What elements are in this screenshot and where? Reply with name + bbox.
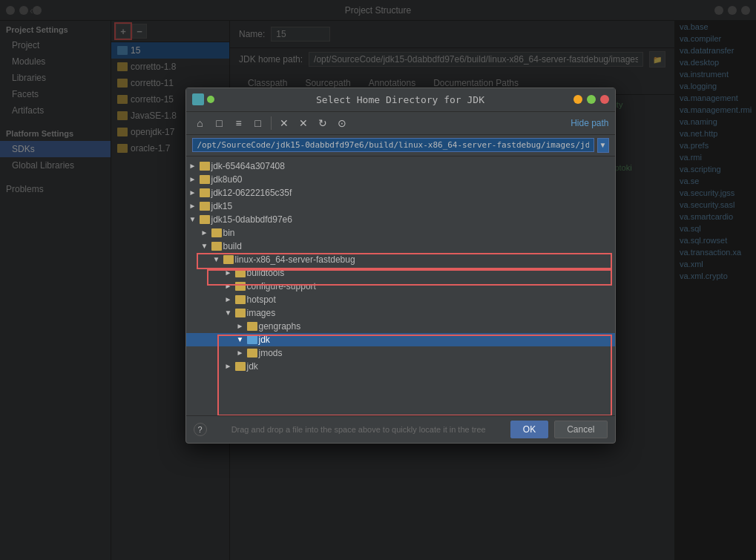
tree-item-label: hotspot <box>247 294 612 305</box>
tree-collapse-arrow: ► <box>201 228 210 237</box>
tree-item-label: jdk15-0dabbdfd97e6 <box>211 214 612 225</box>
tree-item-jdk12[interactable]: ► jdk12-06222165c35f <box>186 186 615 200</box>
tree-expand-arrow: ▼ <box>213 255 222 263</box>
tree-item-jdk65464[interactable]: ► jdk-65464a307408 <box>186 159 615 173</box>
tree-folder-icon <box>223 255 234 264</box>
tree-folder-icon <box>235 282 246 291</box>
modal-minimize-btn[interactable] <box>573 95 582 104</box>
tree-item-label: jdk12-06222165c35f <box>211 188 612 198</box>
tree-item-label: jdk8u60 <box>211 174 612 185</box>
modal-win-controls <box>573 95 609 104</box>
modal-footer: ? Drag and drop a file into the space ab… <box>186 415 615 443</box>
modal-traffic-light[interactable] <box>207 96 214 103</box>
tree-expand-arrow: ▼ <box>225 309 234 317</box>
modal-overlay: Select Home Directory for JDK ⌂ □ ≡ □ ✕ … <box>0 0 756 560</box>
tree-item-jdk2[interactable]: ► jdk <box>186 360 615 373</box>
file-chooser-modal: Select Home Directory for JDK ⌂ □ ≡ □ ✕ … <box>185 88 616 444</box>
tree-item-label: jdk <box>247 361 612 372</box>
modal-zoom-btn[interactable] <box>587 95 596 104</box>
tree-collapse-arrow: ► <box>225 282 234 290</box>
tree-folder-icon <box>200 175 210 184</box>
modal-left-controls <box>192 93 214 105</box>
modal-clear-btn[interactable]: ✕ <box>295 115 312 131</box>
hide-path-button[interactable]: Hide path <box>571 118 608 128</box>
tree-item-label: gengraphs <box>259 321 612 332</box>
tree-item-label: jmods <box>259 348 612 358</box>
tree-item-jdk15-full[interactable]: ▼ jdk15-0dabbdfd97e6 <box>186 213 615 226</box>
tree-item-label: build <box>223 241 612 251</box>
tree-folder-icon <box>211 228 222 237</box>
tree-folder-icon <box>247 322 257 331</box>
tree-item-label: linux-x86_64-server-fastdebug <box>235 254 612 265</box>
modal-desktop-btn[interactable]: □ <box>211 115 228 131</box>
tree-item-jmods[interactable]: ► jmods <box>186 346 615 360</box>
modal-path-input[interactable] <box>192 138 594 152</box>
tree-item-label: bin <box>223 228 612 238</box>
modal-title: Select Home Directory for JDK <box>316 94 484 105</box>
drag-drop-hint: Drag and drop a file into the space abov… <box>213 425 504 434</box>
modal-path-bar: ▼ <box>186 135 615 157</box>
tree-item-hotspot[interactable]: ► hotspot <box>186 293 615 306</box>
tree-item-label: jdk15 <box>211 201 612 211</box>
tree-item-label: jdk <box>259 335 612 345</box>
tree-item-bin[interactable]: ► bin <box>186 226 615 240</box>
modal-new-folder-btn[interactable]: □ <box>250 115 266 131</box>
tree-collapse-arrow: ► <box>225 269 234 277</box>
tree-folder-icon <box>235 362 246 371</box>
tree-expand-arrow: ▼ <box>189 215 198 223</box>
tree-folder-icon <box>211 242 222 251</box>
tree-folder-icon <box>247 335 257 344</box>
modal-delete-btn[interactable]: ✕ <box>276 115 292 131</box>
modal-folder-btn[interactable]: ≡ <box>231 115 247 131</box>
modal-close-btn[interactable] <box>600 95 609 104</box>
tree-expand-arrow: ▼ <box>201 242 210 250</box>
modal-home-btn[interactable]: ⌂ <box>192 115 208 131</box>
tree-item-label: jdk-65464a307408 <box>211 161 612 171</box>
tree-item-label: configure-support <box>247 281 612 291</box>
tree-folder-icon <box>200 202 210 211</box>
tree-item-jdk15[interactable]: ► jdk15 <box>186 200 615 213</box>
tree-item-label: buildtools <box>247 268 612 278</box>
modal-app-icon <box>192 93 204 105</box>
modal-toolbar: ⌂ □ ≡ □ ✕ ✕ ↻ ⊙ Hide path <box>186 112 615 135</box>
modal-file-tree: ► jdk-65464a307408 ► jdk8u60 ► jdk12-062… <box>186 157 615 415</box>
tree-item-jdk8u60[interactable]: ► jdk8u60 <box>186 173 615 186</box>
tree-item-buildtools[interactable]: ► buildtools <box>186 266 615 280</box>
tree-item-linux-server[interactable]: ▼ linux-x86_64-server-fastdebug <box>186 253 615 266</box>
help-button[interactable]: ? <box>194 423 207 436</box>
tree-collapse-arrow: ► <box>189 175 198 183</box>
tree-item-jdk-selected[interactable]: ▼ jdk <box>186 333 615 346</box>
modal-path-dropdown[interactable]: ▼ <box>597 138 609 153</box>
tree-folder-icon <box>200 188 210 197</box>
toolbar-separator <box>271 116 272 130</box>
tree-folder-icon <box>235 295 246 304</box>
tree-item-gengraphs[interactable]: ► gengraphs <box>186 320 615 333</box>
tree-collapse-arrow: ► <box>237 349 246 357</box>
tree-collapse-arrow: ► <box>189 202 198 210</box>
tree-folder-icon <box>235 269 246 277</box>
tree-folder-icon <box>200 215 210 224</box>
cancel-button[interactable]: Cancel <box>554 421 607 438</box>
modal-title-bar: Select Home Directory for JDK <box>186 88 615 112</box>
tree-item-configure-support[interactable]: ► configure-support <box>186 280 615 293</box>
tree-collapse-arrow: ► <box>189 188 198 197</box>
tree-collapse-arrow: ► <box>225 295 234 303</box>
tree-item-label: images <box>247 308 612 318</box>
tree-collapse-arrow: ► <box>225 362 234 370</box>
tree-item-images[interactable]: ▼ images <box>186 306 615 320</box>
tree-collapse-arrow: ► <box>237 322 246 330</box>
ok-button[interactable]: OK <box>510 421 548 438</box>
tree-folder-icon <box>235 309 246 317</box>
modal-refresh-btn[interactable]: ↻ <box>315 115 331 131</box>
modal-expand-btn[interactable]: ⊙ <box>334 115 350 131</box>
tree-folder-icon <box>247 349 257 358</box>
tree-collapse-arrow: ► <box>189 162 198 170</box>
tree-folder-icon <box>200 162 210 171</box>
tree-expand-arrow: ▼ <box>237 335 246 343</box>
tree-item-build[interactable]: ▼ build <box>186 240 615 253</box>
